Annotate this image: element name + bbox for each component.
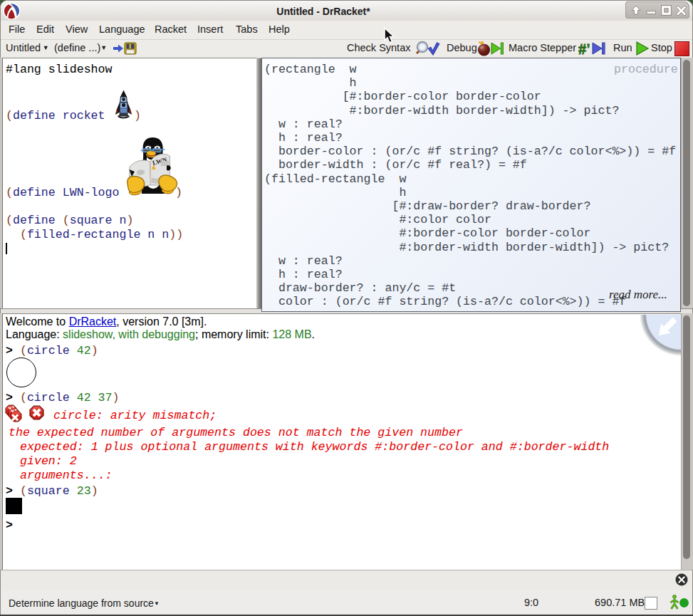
svg-text:#': #' <box>578 40 590 57</box>
